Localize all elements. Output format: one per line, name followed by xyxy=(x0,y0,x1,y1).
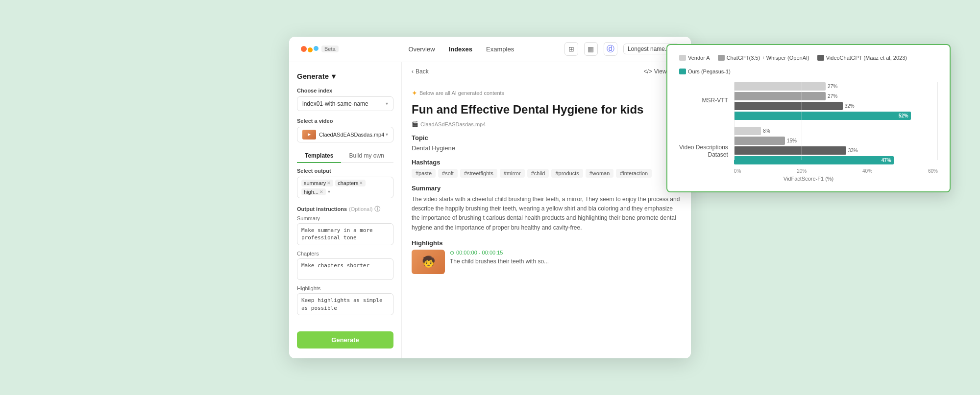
back-arrow-icon: ‹ xyxy=(412,68,414,75)
article-source: 🎬 ClaadASdEASDasdas.mp4 xyxy=(412,121,681,127)
ai-notice-text: Below are all AI generated contents xyxy=(419,90,504,96)
instructions-label: Output instructions (Optional) ⓘ xyxy=(297,205,393,213)
hashtag-woman: #woman xyxy=(586,169,614,178)
topic-label: Topic xyxy=(412,134,681,141)
hashtag-mirror: #mirror xyxy=(500,169,525,178)
legend-label-vendor-a: Vendor A xyxy=(688,55,710,61)
hashtag-streetfights: #streetfights xyxy=(460,169,497,178)
choose-index-label: Choose index xyxy=(297,88,393,93)
nav-links: Overview Indexes Examples xyxy=(358,44,564,55)
source-icon: 🎬 xyxy=(412,121,418,127)
legend-color-videochatgpt xyxy=(817,55,824,61)
right-panel: ‹ Back </> View code ✦ Below are all AI … xyxy=(402,62,691,358)
x-label-0: 0% xyxy=(734,168,741,174)
output-selector[interactable]: summary ✕ chapters ✕ high... ✕ ▾ xyxy=(297,177,393,198)
nav-overview[interactable]: Overview xyxy=(408,44,435,55)
bar-video-1: 8% xyxy=(734,127,938,135)
legend-label-chatgpt: ChatGPT(3.5) + Whisper (OpenAI) xyxy=(727,55,809,61)
chart-bars-container: 27% 27% 32% 52% xyxy=(734,82,938,174)
generate-arrow: ▾ xyxy=(332,72,336,81)
templates-section: Templates Build my own Select output sum… xyxy=(297,149,393,198)
highlight-item: 🧒 ⊙ 00:00:00 - 00:00:15 The child brushe… xyxy=(412,250,681,274)
chart-legend: Vendor A ChatGPT(3.5) + Whisper (OpenAI)… xyxy=(679,55,938,74)
bar-label-msr-3: 32% xyxy=(845,103,855,109)
video-dropdown[interactable]: ▶ ClaedASdEASDasdas.mp4 ▾ xyxy=(297,127,393,142)
hashtag-paste: #paste xyxy=(412,169,436,178)
output-tag-chapters: chapters ✕ xyxy=(335,180,366,186)
tab-build[interactable]: Build my own xyxy=(341,149,392,163)
bar-fill-msr-4: 52% xyxy=(734,112,911,120)
bar-msr-3: 32% xyxy=(734,102,938,110)
code-icon: </> xyxy=(643,68,652,75)
nav-right: ⊞ ▦ ⓓ Longest name... ▾ xyxy=(564,42,679,56)
bar-msr-2: 27% xyxy=(734,92,938,100)
legend-label-ours: Ours (Pegasus-1) xyxy=(688,69,731,74)
x-label-20: 20% xyxy=(797,168,807,174)
bar-video-4: 47% xyxy=(734,156,938,164)
generate-header[interactable]: Generate ▾ xyxy=(297,72,393,81)
summary-input[interactable] xyxy=(297,223,393,245)
bar-label-video-3: 33% xyxy=(848,148,858,153)
nav-examples[interactable]: Examples xyxy=(486,44,514,55)
bar-fill-video-3 xyxy=(734,146,846,155)
tab-templates[interactable]: Templates xyxy=(297,149,341,163)
summary-label: Summary xyxy=(412,185,681,192)
back-button[interactable]: ‹ Back xyxy=(412,68,429,75)
chapters-input[interactable] xyxy=(297,258,393,280)
star-icon: ✦ xyxy=(412,89,417,97)
source-text: ClaadASdEASDasdas.mp4 xyxy=(420,121,486,127)
play-icon: ⊙ xyxy=(450,250,454,256)
legend-color-ours xyxy=(679,69,686,74)
logo-circle-2 xyxy=(308,47,313,52)
index-section: Choose index index01-with-same-name ▾ xyxy=(297,88,393,111)
main-content: Generate ▾ Choose index index01-with-sam… xyxy=(289,62,691,358)
thumb-icon: 🧒 xyxy=(422,256,435,268)
video-name: ClaedASdEASDasdas.mp4 xyxy=(319,132,386,138)
bar-fill-msr-2 xyxy=(734,92,826,100)
video-section: Select a video ▶ ClaedASdEASDasdas.mp4 ▾ xyxy=(297,118,393,142)
index-value: index01-with-same-name xyxy=(302,100,368,107)
output-arrow: ▾ xyxy=(328,189,330,194)
bar-label-msr-2: 27% xyxy=(828,93,837,99)
bar-msr-1: 27% xyxy=(734,82,938,91)
logo-circle-3 xyxy=(314,46,318,51)
bar-fill-msr-1 xyxy=(734,82,826,91)
discord-btn[interactable]: ⓓ xyxy=(604,42,617,56)
select-output-label: Select output xyxy=(297,168,393,174)
chart-overlay: Vendor A ChatGPT(3.5) + Whisper (OpenAI)… xyxy=(666,44,951,192)
bar-fill-video-2 xyxy=(734,137,785,145)
legend-color-chatgpt xyxy=(718,55,725,61)
instructions-optional: (Optional) xyxy=(349,206,372,212)
index-dropdown[interactable]: index01-with-same-name ▾ xyxy=(297,96,393,111)
y-label-video: Video DescriptionsDataset xyxy=(679,144,728,159)
topic-value: Dental Hygiene xyxy=(412,144,681,152)
output-tag-high: high... ✕ xyxy=(301,188,326,195)
legend-chatgpt: ChatGPT(3.5) + Whisper (OpenAI) xyxy=(718,55,809,61)
info-icon: ⓘ xyxy=(374,205,380,213)
video-arrow: ▾ xyxy=(386,132,388,137)
workspace-label: Longest name... xyxy=(628,46,670,52)
bar-fill-msr-3 xyxy=(734,102,843,110)
legend-color-vendor-a xyxy=(679,55,686,61)
highlights-sub-label: Highlights xyxy=(297,285,393,291)
hashtag-child: #child xyxy=(527,169,549,178)
generate-label: Generate xyxy=(297,72,329,80)
bar-video-2: 15% xyxy=(734,137,938,145)
nav-indexes[interactable]: Indexes xyxy=(449,44,472,55)
video-thumbnail: ▶ xyxy=(302,130,316,139)
bar-group-video: 8% 15% 33% 47% xyxy=(734,127,938,164)
highlight-desc: The child brushes their teeth with so... xyxy=(450,258,681,265)
bar-value-video-4: 47% xyxy=(882,158,891,163)
chapters-sub-label: Chapters xyxy=(297,251,393,256)
generate-button[interactable]: Generate xyxy=(297,331,393,349)
x-label-40: 40% xyxy=(862,168,872,174)
hashtags-label: Hashtags xyxy=(412,159,681,166)
summary-sub-label: Summary xyxy=(297,215,393,221)
template-tabs: Templates Build my own xyxy=(297,149,393,163)
app-window: Beta Overview Indexes Examples ⊞ ▦ ⓓ Lon… xyxy=(289,37,691,358)
card-view-btn[interactable]: ▦ xyxy=(584,42,598,56)
ai-badge: ✦ Below are all AI generated contents xyxy=(412,89,681,97)
grid-view-btn[interactable]: ⊞ xyxy=(564,42,578,56)
highlights-input[interactable] xyxy=(297,293,393,315)
bar-fill-video-1 xyxy=(734,127,761,135)
